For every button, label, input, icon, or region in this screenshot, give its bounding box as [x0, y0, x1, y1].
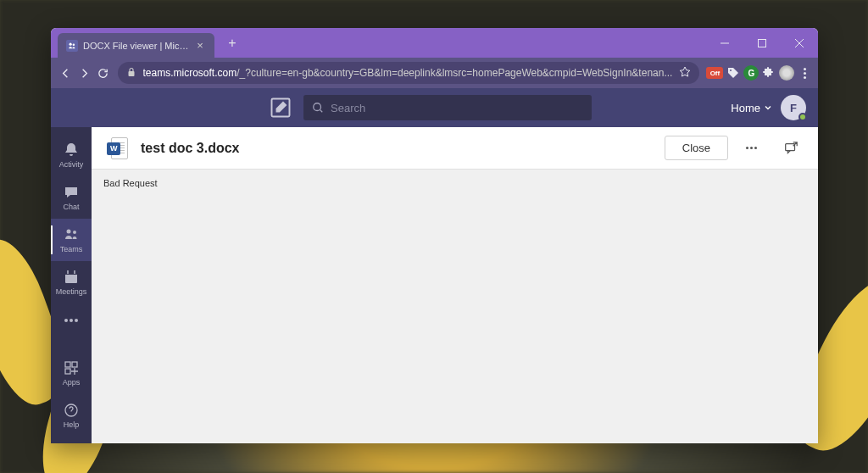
rail-label: Meetings: [56, 287, 87, 296]
window-minimize-button[interactable]: [706, 28, 743, 58]
svg-rect-14: [65, 272, 77, 275]
svg-point-1: [73, 43, 75, 46]
browser-menu-button[interactable]: [798, 63, 811, 83]
svg-rect-21: [786, 143, 795, 150]
nav-forward-button[interactable]: [76, 61, 92, 85]
document-title: test doc 3.docx: [141, 141, 239, 156]
svg-line-10: [320, 110, 323, 113]
extension-grammarly-icon[interactable]: G: [743, 63, 759, 83]
svg-point-11: [67, 230, 71, 234]
rail-more[interactable]: [51, 303, 92, 337]
window-maximize-button[interactable]: [743, 28, 781, 58]
document-header: W test doc 3.docx Close: [92, 127, 818, 170]
url-text: teams.microsoft.com/_?culture=en-gb&coun…: [143, 67, 673, 79]
teams-icon: [63, 226, 80, 243]
nav-back-button[interactable]: [58, 61, 73, 85]
compose-button[interactable]: [268, 95, 293, 120]
calendar-icon: [63, 269, 80, 286]
svg-rect-19: [65, 369, 70, 374]
more-options-button[interactable]: [738, 136, 764, 161]
rail-chat[interactable]: Chat: [51, 176, 92, 219]
svg-point-7: [730, 70, 732, 71]
svg-rect-18: [72, 362, 77, 367]
search-icon: [312, 102, 324, 114]
app-rail: Activity Chat Teams Meetings Apps: [51, 127, 92, 443]
chat-icon: [63, 184, 80, 201]
home-dropdown[interactable]: Home: [731, 102, 772, 114]
teams-header: Home F: [51, 88, 818, 127]
window-close-button[interactable]: [781, 28, 818, 58]
browser-tab[interactable]: DOCX File viewer | Microsoft Tea ×: [58, 33, 214, 58]
new-tab-button[interactable]: +: [221, 32, 243, 54]
browser-titlebar: DOCX File viewer | Microsoft Tea × +: [51, 28, 818, 58]
rail-label: Apps: [63, 378, 81, 387]
avatar-initial: F: [790, 102, 797, 114]
rail-label: Teams: [60, 245, 83, 253]
nav-reload-button[interactable]: [95, 61, 110, 85]
extensions-puzzle-icon[interactable]: [762, 63, 776, 83]
profile-avatar-icon[interactable]: [779, 63, 794, 83]
extension-tag-icon[interactable]: [726, 63, 740, 83]
close-button[interactable]: Close: [665, 136, 728, 160]
browser-window: DOCX File viewer | Microsoft Tea × + tea…: [51, 28, 818, 443]
user-avatar[interactable]: F: [781, 95, 806, 120]
rail-label: Activity: [59, 160, 84, 169]
help-icon: [63, 402, 80, 419]
chevron-down-icon: [764, 103, 772, 112]
browser-address-bar: teams.microsoft.com/_?culture=en-gb&coun…: [51, 58, 818, 88]
url-field[interactable]: teams.microsoft.com/_?culture=en-gb&coun…: [118, 62, 700, 84]
tab-title: DOCX File viewer | Microsoft Tea: [83, 41, 189, 51]
bell-icon: [63, 142, 80, 159]
presence-indicator: [798, 113, 807, 121]
document-body: Bad Request: [92, 170, 818, 443]
popout-chat-icon[interactable]: [779, 136, 803, 160]
content-area: W test doc 3.docx Close Bad Request: [92, 127, 818, 443]
svg-rect-6: [128, 71, 134, 76]
search-field[interactable]: [331, 102, 583, 114]
word-file-icon: W: [107, 137, 129, 159]
rail-meetings[interactable]: Meetings: [51, 261, 92, 303]
svg-point-0: [70, 42, 72, 45]
teams-favicon-icon: [66, 40, 78, 52]
search-input[interactable]: [303, 95, 592, 120]
apps-icon: [63, 359, 80, 376]
home-label: Home: [731, 102, 760, 114]
lock-icon: [126, 67, 136, 80]
extension-off-badge[interactable]: Off: [706, 63, 723, 83]
rail-activity[interactable]: Activity: [51, 134, 92, 176]
teams-body: Activity Chat Teams Meetings Apps: [51, 127, 818, 443]
bookmark-star-icon[interactable]: [679, 66, 691, 81]
svg-rect-3: [759, 39, 766, 47]
svg-point-9: [314, 103, 321, 111]
svg-rect-17: [65, 362, 70, 367]
error-text: Bad Request: [103, 178, 158, 188]
svg-point-12: [73, 231, 76, 234]
rail-label: Chat: [63, 203, 79, 211]
rail-teams[interactable]: Teams: [51, 219, 92, 261]
rail-apps[interactable]: Apps: [51, 352, 92, 394]
rail-help[interactable]: Help: [51, 394, 92, 437]
rail-label: Help: [64, 420, 80, 429]
tab-close-icon[interactable]: ×: [194, 40, 206, 52]
